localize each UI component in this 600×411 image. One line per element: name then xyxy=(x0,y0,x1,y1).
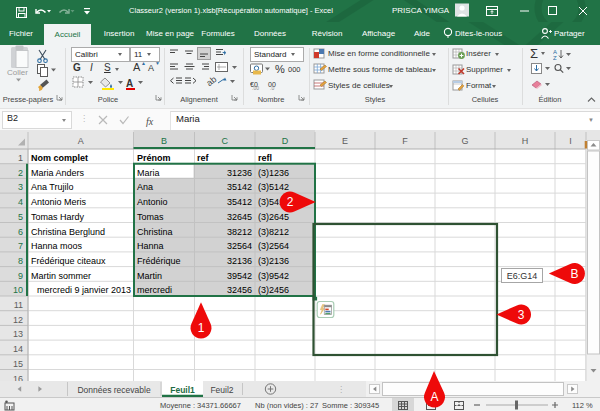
svg-text:Christina Berglund: Christina Berglund xyxy=(31,227,105,237)
svg-text:Antonio: Antonio xyxy=(137,197,168,207)
svg-text:A: A xyxy=(430,390,438,404)
svg-text:16: 16 xyxy=(13,374,23,382)
svg-text:A: A xyxy=(78,136,84,146)
svg-text:000: 000 xyxy=(288,65,301,74)
svg-text:(3)2564: (3)2564 xyxy=(258,241,289,251)
svg-text:(3)2136: (3)2136 xyxy=(258,256,289,266)
svg-text:mercredi: mercredi xyxy=(137,285,172,295)
svg-text:(3)1236: (3)1236 xyxy=(258,168,289,178)
svg-text:32564: 32564 xyxy=(227,241,252,251)
svg-text:ab: ab xyxy=(204,74,218,88)
svg-text:Christina: Christina xyxy=(137,227,173,237)
svg-text:I: I xyxy=(569,136,572,146)
svg-text:Hanna moos: Hanna moos xyxy=(31,241,83,251)
svg-text:12: 12 xyxy=(13,315,23,325)
svg-text:4: 4 xyxy=(18,197,23,207)
svg-text:1: 1 xyxy=(18,153,23,163)
svg-text:A: A xyxy=(126,78,133,89)
svg-text:Martin: Martin xyxy=(137,271,162,281)
svg-text:(3)8212: (3)8212 xyxy=(258,227,289,237)
svg-text:3: 3 xyxy=(18,182,23,192)
svg-text:(3)5142: (3)5142 xyxy=(258,182,289,192)
svg-text:Maria: Maria xyxy=(137,168,160,178)
svg-text:%: % xyxy=(275,63,285,75)
svg-text:refl: refl xyxy=(258,153,272,163)
svg-text:(3)2645: (3)2645 xyxy=(258,212,289,222)
svg-text:Tomas Hardy: Tomas Hardy xyxy=(31,212,85,222)
svg-text:E6:G14: E6:G14 xyxy=(507,271,538,281)
svg-text:fx: fx xyxy=(146,116,154,127)
svg-text:10: 10 xyxy=(13,285,23,295)
svg-text:39542: 39542 xyxy=(227,271,252,281)
svg-text:ref: ref xyxy=(197,153,210,163)
svg-text:.0: .0 xyxy=(270,85,274,91)
svg-text:8: 8 xyxy=(18,256,23,266)
svg-text:32136: 32136 xyxy=(227,256,252,266)
svg-text:Hanna: Hanna xyxy=(137,241,164,251)
svg-text:11: 11 xyxy=(14,300,23,310)
svg-text:F: F xyxy=(402,136,408,146)
svg-text:Frédérique citeaux: Frédérique citeaux xyxy=(31,256,106,266)
svg-text:⋮: ⋮ xyxy=(337,385,345,394)
svg-text:15: 15 xyxy=(13,359,23,369)
svg-text:(3)2456: (3)2456 xyxy=(258,285,289,295)
svg-text:3: 3 xyxy=(518,308,525,322)
svg-text:Nom complet: Nom complet xyxy=(31,153,88,163)
svg-text:Prénom: Prénom xyxy=(137,153,171,163)
svg-text:2: 2 xyxy=(18,168,23,178)
svg-text:Maria Anders: Maria Anders xyxy=(31,168,85,178)
svg-text:Antonio Meris: Antonio Meris xyxy=(31,197,87,207)
svg-text:(3)9542: (3)9542 xyxy=(258,271,289,281)
svg-text:13: 13 xyxy=(13,329,23,339)
svg-text:Coller: Coller xyxy=(7,68,28,77)
svg-text:B: B xyxy=(570,267,578,281)
svg-text:6: 6 xyxy=(18,227,23,237)
svg-text:E: E xyxy=(342,136,348,146)
svg-text:.00: .00 xyxy=(252,85,259,91)
svg-text:35142: 35142 xyxy=(227,182,252,192)
svg-text:D: D xyxy=(282,136,289,146)
svg-text:Feuil2: Feuil2 xyxy=(210,385,233,395)
svg-text:32456: 32456 xyxy=(227,285,252,295)
svg-text:Tomas: Tomas xyxy=(137,212,164,222)
svg-text:1: 1 xyxy=(198,321,205,335)
svg-text:G: G xyxy=(461,136,468,146)
svg-text:H: H xyxy=(522,136,529,146)
svg-text:35412: 35412 xyxy=(227,197,252,207)
svg-text:9: 9 xyxy=(18,271,23,281)
svg-text:5: 5 xyxy=(18,212,23,222)
svg-text:C: C xyxy=(222,136,229,146)
svg-text:Données recevable: Données recevable xyxy=(77,385,151,395)
svg-text:Frédérique: Frédérique xyxy=(137,256,181,266)
svg-text:7: 7 xyxy=(18,241,23,251)
svg-text:32645: 32645 xyxy=(227,212,252,222)
svg-text:14: 14 xyxy=(13,344,23,354)
svg-text:31236: 31236 xyxy=(227,168,252,178)
svg-text:Z: Z xyxy=(553,55,557,60)
svg-text:Ana Trujilo: Ana Trujilo xyxy=(31,182,74,192)
svg-text:38212: 38212 xyxy=(227,227,252,237)
svg-text:2: 2 xyxy=(287,195,294,209)
svg-text:Feuil1: Feuil1 xyxy=(170,385,195,395)
svg-text:Martin sommer: Martin sommer xyxy=(31,271,91,281)
svg-text:B: B xyxy=(161,136,167,146)
svg-text:mercredi 9 janvier 2013: mercredi 9 janvier 2013 xyxy=(37,285,131,295)
svg-text:Ana: Ana xyxy=(137,182,153,192)
